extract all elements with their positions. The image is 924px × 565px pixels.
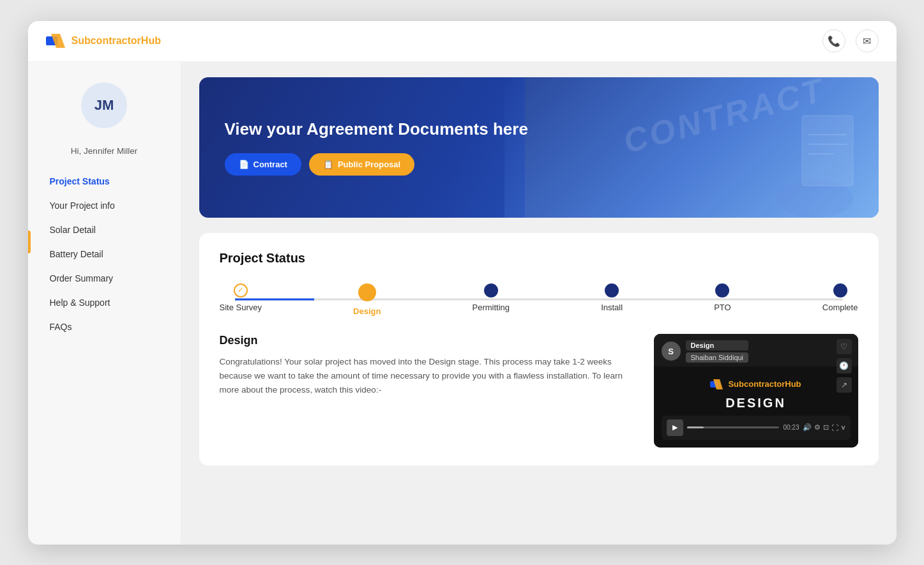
video-avatar: S (662, 342, 681, 361)
vimeo-icon[interactable]: V (841, 425, 845, 431)
contract-icon: 📄 (239, 160, 249, 169)
step-label-site-survey: Site Survey (220, 303, 262, 312)
video-progress-fill (687, 426, 704, 428)
main-content: CONTRACT View your Agreement Documents h… (181, 62, 897, 545)
video-actions: ♡ 🕐 ↗ (837, 339, 852, 393)
app-window: SubcontractorHub 📞 ✉ JM Hi, Jennifer Mil… (28, 21, 897, 545)
svg-rect-3 (802, 116, 853, 186)
banner-title: View your Agreement Documents here (225, 119, 528, 140)
status-card: Project Status ✓ Site Survey (199, 233, 879, 465)
logo-icon (46, 34, 66, 48)
avatar: JM (81, 82, 127, 128)
clock-button[interactable]: 🕐 (837, 358, 852, 373)
banner-buttons: 📄 Contract 📋 Public Proposal (225, 153, 528, 176)
sidebar-greeting: Hi, Jennifer Miller (71, 146, 137, 156)
design-section: Design Congratulations! Your solar proje… (220, 334, 858, 448)
contract-visual: CONTRACT (525, 77, 878, 218)
video-design-label: DESIGN (725, 396, 786, 411)
step-dot-site-survey: ✓ (234, 283, 248, 298)
sidebar-item-order-summary[interactable]: Order Summary (41, 267, 168, 290)
banner-image: CONTRACT (525, 77, 878, 218)
video-logo-row: SubcontractorHub (710, 379, 801, 389)
progress-container: ✓ Site Survey Design Permitting (220, 283, 858, 316)
progress-steps: ✓ Site Survey Design Permitting (220, 283, 858, 316)
step-dot-pto (715, 283, 729, 298)
video-controls[interactable]: ▶ 00:23 🔊 ⚙ ⊡ ⛶ V (662, 416, 851, 440)
proposal-button[interactable]: 📋 Public Proposal (309, 153, 414, 176)
logo: SubcontractorHub (46, 34, 161, 48)
step-dot-design (358, 283, 376, 301)
step-dot-install (605, 283, 619, 298)
proposal-icon: 📋 (323, 160, 333, 169)
settings-icon[interactable]: ⚙ (814, 423, 821, 432)
header: SubcontractorHub 📞 ✉ (28, 21, 897, 62)
share-button[interactable]: ↗ (837, 377, 852, 393)
body: JM Hi, Jennifer Miller Project Status Yo… (28, 62, 897, 545)
video-tags: Design Shaiban Siddiqui (686, 340, 749, 363)
video-card: S Design Shaiban Siddiqui ♡ 🕐 ↗ (654, 334, 858, 448)
step-design: Design (353, 283, 381, 316)
play-button[interactable]: ▶ (667, 419, 683, 436)
sidebar-item-help-support[interactable]: Help & Support (41, 291, 168, 314)
mail-button[interactable]: ✉ (856, 29, 879, 52)
step-install: Install (601, 283, 623, 316)
step-site-survey: ✓ Site Survey (220, 283, 262, 316)
sidebar-item-project-info[interactable]: Your Project info (41, 194, 168, 217)
step-dot-permitting (484, 283, 498, 298)
sidebar-nav: Project Status Your Project info Solar D… (41, 170, 168, 338)
step-label-design: Design (353, 306, 381, 316)
phone-button[interactable]: 📞 (822, 29, 845, 52)
video-logo-text: SubcontractorHub (728, 379, 801, 389)
mail-icon: ✉ (863, 35, 871, 47)
picture-icon[interactable]: ⊡ (823, 423, 829, 432)
sidebar-item-battery-detail[interactable]: Battery Detail (41, 243, 168, 266)
header-actions: 📞 ✉ (822, 29, 879, 52)
fullscreen-icon[interactable]: ⛶ (831, 424, 838, 432)
step-pto: PTO (714, 283, 731, 316)
step-complete: Complete (822, 283, 858, 316)
phone-icon: 📞 (828, 35, 840, 47)
sidebar-item-project-status[interactable]: Project Status (41, 170, 168, 193)
logo-text: SubcontractorHub (72, 35, 161, 47)
video-header: S Design Shaiban Siddiqui ♡ 🕐 ↗ (654, 334, 858, 366)
step-label-complete: Complete (822, 303, 858, 312)
banner-content: View your Agreement Documents here 📄 Con… (225, 119, 528, 176)
contract-button[interactable]: 📄 Contract (225, 153, 301, 176)
active-indicator (28, 230, 31, 253)
status-card-title: Project Status (220, 251, 858, 266)
sidebar-item-faqs[interactable]: FAQs (41, 315, 168, 338)
step-label-pto: PTO (714, 303, 731, 312)
step-label-permitting: Permitting (473, 303, 510, 312)
sidebar: JM Hi, Jennifer Miller Project Status Yo… (28, 62, 181, 545)
design-text: Design Congratulations! Your solar proje… (220, 334, 633, 448)
sidebar-item-solar-detail[interactable]: Solar Detail (41, 218, 168, 241)
design-title: Design (220, 334, 633, 347)
step-dot-complete (833, 283, 847, 298)
banner: CONTRACT View your Agreement Documents h… (199, 77, 879, 218)
video-body: SubcontractorHub DESIGN ▶ 00:23 (654, 366, 858, 448)
video-name-tag: Shaiban Siddiqui (686, 352, 749, 363)
step-label-install: Install (601, 303, 623, 312)
step-permitting: Permitting (473, 283, 510, 316)
video-design-tag: Design (686, 340, 749, 350)
heart-button[interactable]: ♡ (837, 339, 852, 354)
design-description: Congratulations! Your solar project has … (220, 355, 633, 398)
video-time: 00:23 (783, 424, 799, 431)
video-ctrl-icons: 🔊 ⚙ ⊡ ⛶ V (803, 423, 845, 432)
checkmark-icon: ✓ (238, 286, 243, 294)
video-progress-bar[interactable] (687, 426, 780, 428)
volume-icon[interactable]: 🔊 (803, 423, 812, 432)
